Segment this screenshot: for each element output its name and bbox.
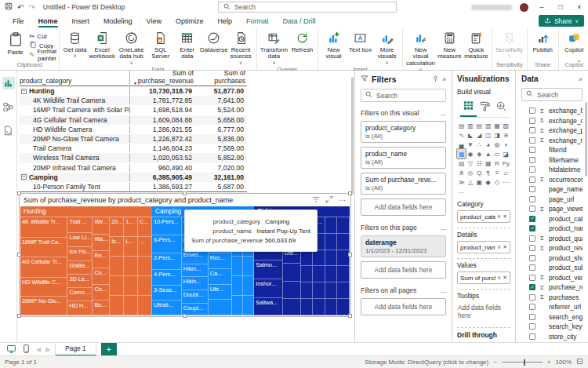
- field-row-filtername[interactable]: filterName: [521, 155, 583, 166]
- collapse-icon[interactable]: −: [21, 89, 27, 94]
- treemap-tile[interactable]: Ultrali...: [152, 301, 182, 315]
- image-visual-icon[interactable]: ▣: [475, 177, 484, 187]
- line-stacked-column-visual-icon[interactable]: ◫: [484, 130, 492, 140]
- ribbon-button-recent-sources[interactable]: Recent sources∨: [227, 30, 254, 66]
- treemap-tile[interactable]: [232, 257, 243, 276]
- add-data-fields-placeholder[interactable]: Add data fields here: [457, 302, 510, 322]
- selection-handle[interactable]: [348, 253, 352, 257]
- matrix-col-sum-purchase-revenue[interactable]: Sum of purchase_revenue▼: [129, 71, 194, 85]
- menu-tab-format[interactable]: Format: [240, 16, 275, 27]
- treemap-tile[interactable]: [313, 299, 325, 315]
- treemap-tile[interactable]: [313, 250, 325, 267]
- field-checkbox[interactable]: [529, 118, 535, 124]
- data-pane-scrollbar[interactable]: [585, 102, 587, 177]
- treemap-tile[interactable]: Camo ...: [67, 288, 93, 302]
- treemap-tile[interactable]: [325, 250, 338, 267]
- more-options-icon[interactable]: ...: [441, 286, 446, 294]
- ribbon-button-new-measure[interactable]: New measure: [437, 30, 463, 60]
- treemap-tile[interactable]: [124, 296, 138, 315]
- matrix-visual-icon[interactable]: ▦: [484, 158, 492, 168]
- treemap-tile[interactable]: [232, 296, 243, 315]
- treemap-tile[interactable]: Trail ...: [67, 217, 93, 233]
- get-more-visual-icon[interactable]: ⋯: [502, 177, 510, 187]
- field-checkbox[interactable]: [529, 294, 535, 301]
- field-checkbox[interactable]: [529, 157, 535, 163]
- treemap-tile[interactable]: C...: [138, 217, 152, 237]
- focus-mode-icon[interactable]: [325, 195, 333, 205]
- custom-2-visual-icon[interactable]: ◇: [492, 177, 501, 187]
- field-checkbox[interactable]: [529, 186, 535, 192]
- card-visual-icon[interactable]: ▭: [492, 149, 501, 158]
- treemap-tile[interactable]: 20MP No-Glo...: [20, 297, 67, 315]
- field-row-occurrences[interactable]: Σoccurrences: [521, 175, 583, 185]
- treemap-tile[interactable]: [337, 234, 350, 250]
- chevron-down-icon[interactable]: ∨: [497, 275, 501, 281]
- treemap-tile[interactable]: Ghillie...: [67, 261, 93, 275]
- save-icon[interactable]: [5, 2, 13, 12]
- table-row[interactable]: Trail Camera1,146,604.237,569.00: [20, 144, 247, 153]
- ribbon-button-refresh[interactable]: Refresh: [289, 30, 315, 53]
- power-apps-visual-icon[interactable]: ▱: [502, 168, 510, 177]
- report-view-icon[interactable]: [2, 77, 15, 89]
- treemap-tile[interactable]: Ca...: [209, 269, 232, 285]
- r-script-visual-icon[interactable]: R: [492, 158, 501, 168]
- chevron-down-icon[interactable]: ∨: [497, 244, 501, 250]
- tab-build-visual[interactable]: [460, 98, 477, 117]
- treemap-tile[interactable]: [301, 282, 314, 299]
- field-checkbox[interactable]: [529, 314, 535, 320]
- menu-tab-modeling[interactable]: Modeling: [97, 16, 139, 27]
- stacked-bar-visual-icon[interactable]: ▤: [457, 121, 466, 130]
- field-row-filterid[interactable]: filterId: [521, 145, 583, 155]
- treemap-tile[interactable]: Low Li...: [67, 233, 93, 248]
- treemap-tile[interactable]: Hikin...: [182, 277, 209, 290]
- collapse-pane-icon[interactable]: »: [579, 75, 583, 83]
- table-row[interactable]: HD Wildlife Camera1,286,921.556,777.00: [20, 125, 247, 134]
- filter-card-product-name[interactable]: product_nameis (All): [361, 147, 446, 169]
- stacked-column-visual-icon[interactable]: ▥: [466, 121, 474, 130]
- table-row[interactable]: Wireless Trail Camera1,020,053.525,852.0…: [20, 153, 247, 162]
- treemap-tile[interactable]: 10-Pers...: [152, 217, 182, 235]
- pie-visual-icon[interactable]: ◕: [484, 140, 492, 149]
- field-chip-product-name[interactable]: product_name∨✕: [457, 241, 510, 253]
- ribbon-button-dataverse[interactable]: Dataverse: [201, 30, 227, 53]
- field-checkbox[interactable]: [529, 216, 535, 222]
- page-tab[interactable]: Page 1: [55, 343, 96, 356]
- field-checkbox[interactable]: [529, 196, 535, 202]
- treemap-tile[interactable]: [283, 264, 301, 281]
- treemap-tile[interactable]: Wa...: [93, 235, 110, 251]
- selection-handle[interactable]: [17, 314, 21, 318]
- waterfall-visual-icon[interactable]: ▄: [457, 140, 466, 149]
- field-row-hitdatetime[interactable]: hitdatetime: [521, 165, 583, 175]
- treemap-tile[interactable]: Saltwa...: [254, 298, 283, 315]
- treemap-tile[interactable]: [110, 276, 124, 296]
- menu-tab-file[interactable]: File: [6, 16, 31, 27]
- field-checkbox[interactable]: [529, 304, 535, 310]
- clustered-bar-visual-icon[interactable]: ▤: [475, 121, 484, 130]
- field-row-store-city[interactable]: store_city: [521, 332, 583, 342]
- storage-mode[interactable]: Storage Mode: DirectQuery (click to chan…: [365, 359, 488, 366]
- treemap-tile[interactable]: 4K Wildlife Tr...: [20, 217, 67, 238]
- treemap-tile[interactable]: 1...: [124, 217, 138, 237]
- treemap-tile[interactable]: [110, 296, 124, 315]
- table-row[interactable]: 20MP No-Glow Trail Camera1,226,872.425,8…: [20, 134, 247, 144]
- more-visual-types[interactable]: ...: [459, 188, 510, 195]
- treemap-tile[interactable]: [313, 266, 325, 282]
- menu-tab-home[interactable]: Home: [32, 16, 64, 27]
- close-button[interactable]: ×: [574, 3, 585, 11]
- tab-analytics[interactable]: [493, 99, 510, 116]
- share-button[interactable]: Share ∨: [539, 15, 584, 27]
- table-row[interactable]: 10-Person Family Tent1,386,593.275,687.0…: [20, 182, 247, 191]
- treemap-tile[interactable]: Doubl...: [182, 290, 209, 304]
- zoom-in-icon[interactable]: +: [547, 359, 551, 366]
- treemap-tile[interactable]: Ice Fis...: [67, 247, 93, 261]
- table-row[interactable]: 4G Cellular Trail Camera1,609,084.885,65…: [20, 115, 247, 125]
- ribbon-button-transform-data[interactable]: Transform data∨: [260, 30, 289, 66]
- treemap-tile[interactable]: [325, 299, 338, 315]
- menu-tab-help[interactable]: Help: [211, 16, 238, 27]
- treemap-tile[interactable]: Ic...: [110, 237, 124, 257]
- ribbon-button-excel-workbook[interactable]: Excel workbook: [89, 30, 115, 60]
- field-row-product-short[interactable]: product_short...: [521, 253, 583, 264]
- field-row-search-keywo[interactable]: search_keywo...: [521, 322, 583, 332]
- menu-tab-insert[interactable]: Insert: [66, 16, 96, 27]
- treemap-tile[interactable]: [337, 299, 350, 315]
